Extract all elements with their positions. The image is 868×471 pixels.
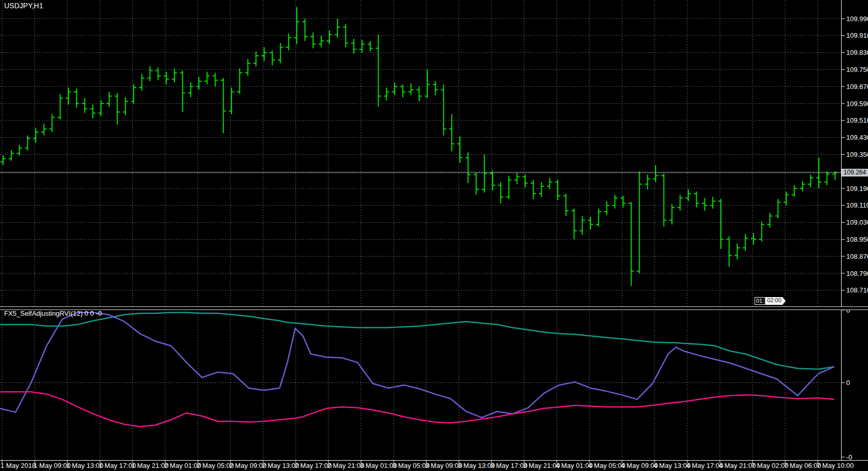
time-tick-label: 1 May 17:00: [99, 462, 136, 469]
time-tick-label: 7 May 02:00: [751, 462, 789, 469]
chart-window[interactable]: 109.990109.910109.830109.750109.670109.5…: [0, 0, 868, 471]
time-tick-label: 3 May 05:00: [393, 462, 430, 469]
price-tick-label: 109.830: [846, 49, 868, 56]
time-tick-label: 4 May 01:00: [556, 462, 593, 469]
rvi-teal-line: [0, 313, 834, 370]
time-tick-label: 3 May 21:00: [523, 462, 560, 469]
window-splitter[interactable]: [0, 306, 868, 310]
indicator-tick-label: 0: [846, 379, 850, 387]
price-tick-label: 109.670: [846, 83, 868, 91]
time-tick-label: 3 May 01:00: [360, 462, 397, 469]
grid-lines: [0, 0, 841, 460]
time-tick-label: 2 May 01:00: [164, 462, 201, 469]
countdown-minutes-seconds: 02:00: [765, 297, 786, 305]
time-tick-label: 4 May 09:00: [621, 462, 658, 469]
time-tick-label: 3 May 13:00: [458, 462, 495, 469]
time-tick-label: 1 May 13:00: [66, 462, 104, 469]
time-tick-label: 7 May 06:00: [784, 462, 821, 469]
price-tick-label: 109.910: [846, 32, 868, 39]
time-tick-label: 4 May 17:00: [686, 462, 724, 469]
time-tick-label: 4 May 13:00: [654, 462, 691, 469]
time-tick-label: 7 May 10:00: [817, 462, 854, 469]
indicator-name-label: FX5_SelfAdjustingRVI(12) 0 0 -0: [4, 310, 102, 317]
price-axis[interactable]: 109.990109.910109.830109.750109.670109.5…: [841, 15, 868, 295]
symbol-period-label: USDJPY,H1: [4, 2, 43, 9]
time-tick-label: 2 May 17:00: [295, 462, 332, 469]
price-tick-label: 109.990: [846, 15, 868, 23]
time-tick-label: 4 May 21:00: [719, 462, 756, 469]
price-tick-label: 109.110: [846, 201, 868, 209]
price-tick-label: 109.350: [846, 151, 868, 158]
time-tick-label: 2 May 13:00: [262, 462, 299, 469]
indicator-tick-label: -0: [846, 453, 852, 461]
countdown-hours: 01:: [755, 297, 765, 305]
time-tick-label: 2 May 21:00: [327, 462, 365, 469]
time-tick-label: 2 May 05:00: [197, 462, 234, 469]
price-tick-label: 109.510: [846, 116, 868, 124]
price-tick-label: 109.750: [846, 66, 868, 73]
price-tick-label: 108.870: [846, 253, 868, 260]
chart-canvas[interactable]: 109.990109.910109.830109.750109.670109.5…: [0, 0, 868, 471]
time-tick-label: 1 May 2018: [1, 462, 36, 469]
indicator-lines: [0, 313, 834, 427]
time-tick-label: 4 May 05:00: [588, 462, 626, 469]
time-tick-label: 1 May 21:00: [132, 462, 169, 469]
bar-countdown-tag: 01: 02:00: [755, 297, 786, 305]
rvi-purple-line: [0, 313, 834, 418]
price-tick-label: 108.790: [846, 270, 868, 277]
price-tick-label: 109.030: [846, 218, 868, 226]
price-tick-label: 109.430: [846, 134, 868, 141]
time-tick-label: 3 May 17:00: [490, 462, 528, 469]
axis-frame: [0, 0, 868, 461]
price-tick-label: 108.950: [846, 236, 868, 243]
indicator-axis[interactable]: 00-0: [841, 306, 852, 461]
price-tick-label: 108.710: [846, 286, 868, 294]
time-tick-label: 3 May 09:00: [425, 462, 462, 469]
price-tick-label: 109.590: [846, 100, 868, 108]
time-axis[interactable]: 1 May 20181 May 09:001 May 13:001 May 17…: [1, 461, 854, 469]
rvi-magenta-line: [0, 392, 834, 426]
current-price-tag: 109.264: [842, 169, 868, 176]
time-tick-label: 2 May 09:00: [229, 462, 267, 469]
ohlc-bars: [1, 7, 838, 286]
time-tick-label: 1 May 09:00: [34, 462, 71, 469]
price-tick-label: 109.190: [846, 185, 868, 193]
